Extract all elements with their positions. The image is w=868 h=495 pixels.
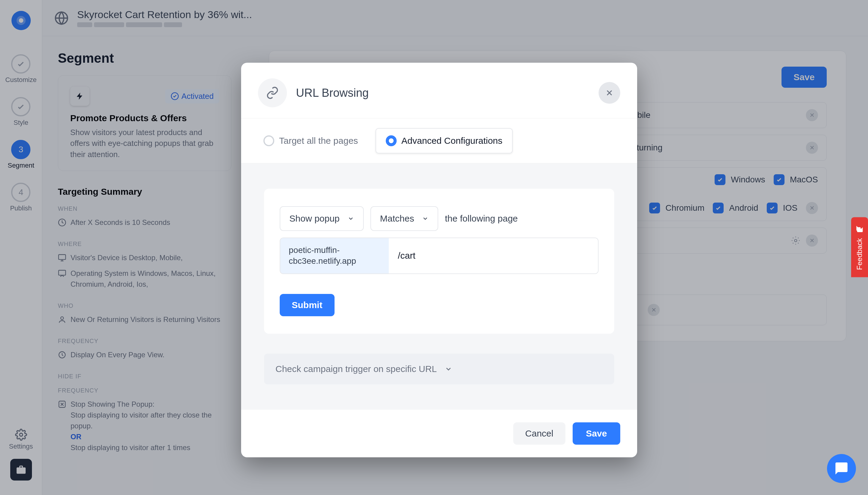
modal-close-button[interactable] (598, 82, 620, 104)
show-popup-select[interactable]: Show popup (280, 206, 364, 231)
cancel-button[interactable]: Cancel (513, 422, 566, 445)
select-value: Matches (380, 214, 414, 224)
radio-icon (386, 135, 397, 146)
chat-bubble[interactable] (827, 454, 856, 483)
chevron-down-icon (422, 215, 429, 222)
feedback-icon (855, 224, 864, 233)
url-path-input[interactable] (389, 238, 598, 273)
trigger-label: Check campaign trigger on specific URL (276, 364, 437, 374)
modal-save-button[interactable]: Save (573, 422, 620, 445)
radio-icon (263, 135, 274, 146)
trigger-dropdown[interactable]: Check campaign trigger on specific URL (264, 354, 614, 385)
url-domain-prefix: poetic-muffin-cbc3ee.netlify.app (280, 238, 389, 273)
select-value: Show popup (289, 214, 340, 224)
chevron-down-icon (347, 215, 354, 222)
matches-select[interactable]: Matches (370, 206, 438, 231)
feedback-label: Feedback (855, 238, 864, 270)
tab-label: Target all the pages (279, 136, 358, 146)
feedback-tab[interactable]: Feedback (851, 217, 868, 277)
tab-advanced[interactable]: Advanced Configurations (376, 128, 513, 153)
url-browsing-modal: URL Browsing Target all the pages Advanc… (241, 63, 637, 457)
tab-label: Advanced Configurations (401, 136, 502, 146)
chat-icon (834, 461, 849, 476)
following-text: the following page (445, 214, 518, 224)
modal-title: URL Browsing (296, 86, 369, 100)
tab-target-all[interactable]: Target all the pages (253, 128, 368, 153)
submit-button[interactable]: Submit (280, 294, 334, 316)
close-icon (605, 88, 614, 97)
chevron-down-icon (445, 365, 452, 373)
link-icon (258, 79, 287, 107)
